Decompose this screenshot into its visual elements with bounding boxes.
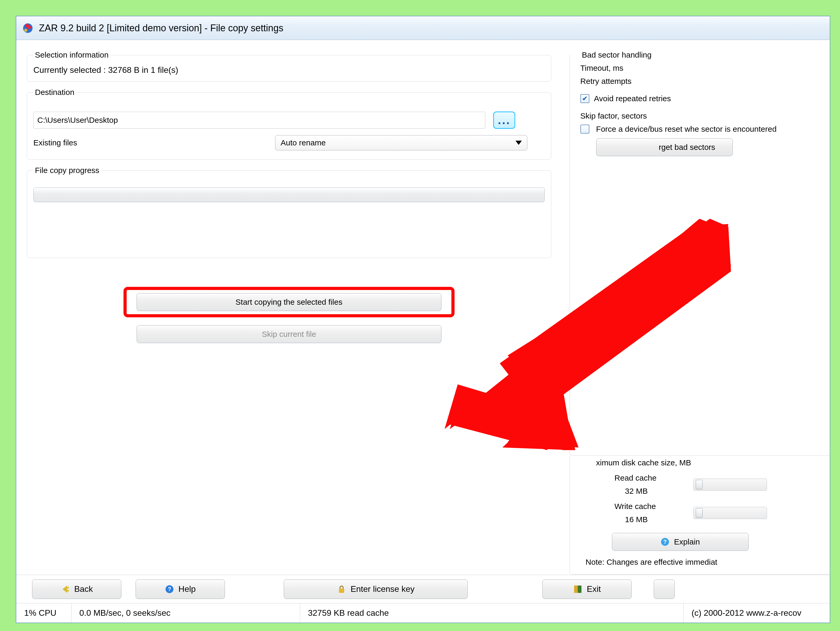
selection-info-legend: Selection information: [33, 51, 110, 59]
browse-button[interactable]: ...: [493, 111, 515, 129]
status-cache: 32759 KB read cache: [300, 603, 684, 623]
forget-bad-sectors-button[interactable]: rget bad sectors: [596, 138, 733, 156]
avoid-retries-row[interactable]: Avoid repeated retries: [580, 94, 671, 103]
enter-license-button[interactable]: Enter license key: [284, 579, 468, 599]
status-copyright: (c) 2000-2012 www.z-a-recov: [684, 603, 830, 623]
skip-factor-label: Skip factor, sectors: [580, 111, 830, 120]
avoid-retries-checkbox[interactable]: [580, 94, 589, 103]
help-icon: ?: [660, 537, 670, 547]
svg-point-1: [24, 28, 27, 32]
help-button[interactable]: ? Help: [136, 579, 225, 599]
retry-label: Retry attempts: [580, 77, 830, 86]
status-cpu: 1% CPU: [16, 603, 71, 623]
back-label: Back: [74, 584, 93, 594]
settings-note: Note: Changes are effective immediat: [586, 558, 830, 566]
lock-icon: [337, 585, 346, 594]
slider-thumb-icon: [696, 480, 703, 489]
progress-bar: [33, 187, 545, 202]
bottom-toolbar: Back ? Help Enter license key Exit: [16, 575, 830, 603]
explain-label: Explain: [674, 538, 700, 546]
svg-text:?: ?: [167, 586, 171, 592]
start-button-highlight: Start copying the selected files: [123, 287, 455, 317]
timeout-label: Timeout, ms: [580, 63, 830, 73]
window-title: ZAR 9.2 build 2 [Limited demo version] -…: [39, 23, 283, 34]
destination-group: Destination C:\Users\User\Desktop ... Ex…: [27, 88, 551, 160]
app-window: ZAR 9.2 build 2 [Limited demo version] -…: [16, 16, 830, 623]
svg-text:?: ?: [663, 538, 667, 545]
selection-info-text: Currently selected : 32768 B in 1 file(s…: [33, 65, 545, 75]
write-cache-label: Write cache: [614, 502, 693, 511]
app-icon: [22, 22, 34, 35]
skip-file-button[interactable]: Skip current file: [137, 325, 441, 343]
explain-button[interactable]: ? Explain: [612, 533, 748, 551]
force-reset-checkbox[interactable]: [580, 125, 589, 134]
status-bar: 1% CPU 0.0 MB/sec, 0 seeks/sec 32759 KB …: [16, 603, 830, 623]
cache-group: ximum disk cache size, MB Read cache 32 …: [570, 455, 830, 575]
existing-files-value: Auto rename: [281, 138, 326, 147]
progress-group: File copy progress: [27, 166, 551, 258]
read-cache-value: 32 MB: [625, 487, 693, 496]
svg-rect-18: [574, 585, 578, 593]
right-pane: Bad sector handling Timeout, ms Retry at…: [570, 51, 830, 575]
svg-rect-19: [578, 585, 581, 593]
destination-path-input[interactable]: C:\Users\User\Desktop: [33, 112, 485, 128]
status-io: 0.0 MB/sec, 0 seeks/sec: [71, 603, 300, 623]
svg-rect-17: [339, 589, 344, 593]
bad-sector-legend: Bad sector handling: [580, 51, 653, 59]
exit-button[interactable]: Exit: [542, 579, 632, 599]
back-icon: [60, 585, 70, 594]
force-reset-row[interactable]: Force a device/bus reset whe sector is e…: [580, 125, 830, 134]
back-button[interactable]: Back: [32, 579, 122, 599]
avoid-retries-label: Avoid repeated retries: [594, 94, 671, 103]
left-pane: Selection information Currently selected…: [27, 51, 551, 575]
titlebar: ZAR 9.2 build 2 [Limited demo version] -…: [16, 16, 830, 40]
selection-info-group: Selection information Currently selected…: [27, 51, 551, 82]
progress-legend: File copy progress: [33, 166, 101, 175]
help-label: Help: [178, 584, 196, 594]
start-copy-button[interactable]: Start copying the selected files: [137, 293, 441, 311]
existing-files-label: Existing files: [33, 138, 275, 147]
help-icon: ?: [165, 585, 174, 594]
destination-legend: Destination: [33, 88, 76, 97]
exit-label: Exit: [587, 584, 601, 594]
slider-thumb-icon: [696, 508, 703, 518]
license-label: Enter license key: [351, 584, 415, 594]
content-area: Selection information Currently selected…: [16, 40, 830, 575]
extra-button[interactable]: [654, 579, 675, 599]
write-cache-slider[interactable]: [693, 507, 767, 519]
cache-title: ximum disk cache size, MB: [596, 458, 830, 467]
read-cache-label: Read cache: [614, 473, 693, 482]
action-area: Start copying the selected files Skip cu…: [27, 287, 551, 343]
exit-icon: [573, 585, 583, 594]
force-reset-label: Force a device/bus reset whe sector is e…: [596, 125, 777, 134]
write-cache-value: 16 MB: [625, 515, 693, 524]
read-cache-slider[interactable]: [693, 479, 767, 490]
chevron-down-icon: [516, 141, 522, 145]
existing-files-dropdown[interactable]: Auto rename: [275, 135, 527, 150]
bad-sector-group: Bad sector handling Timeout, ms Retry at…: [570, 51, 830, 455]
